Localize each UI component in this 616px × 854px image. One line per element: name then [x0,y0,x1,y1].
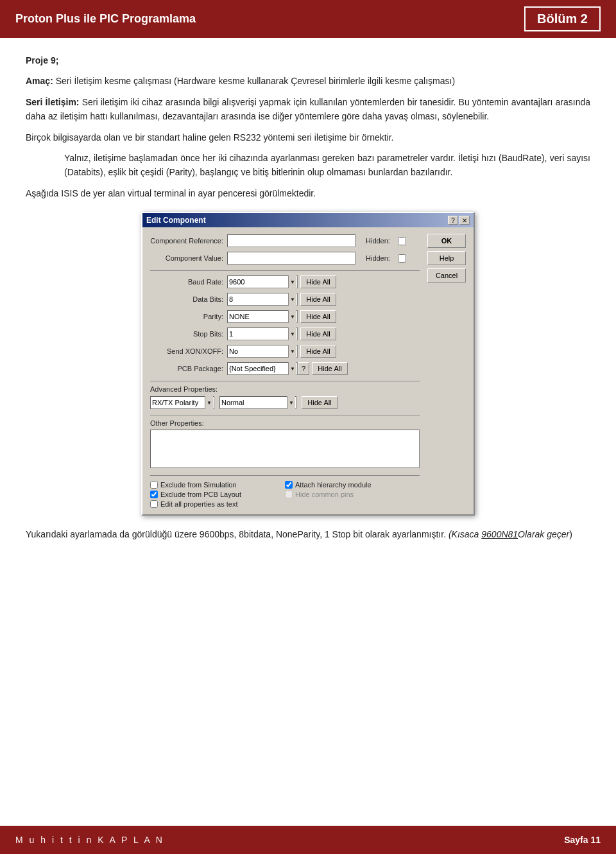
dialog-wrapper: Edit Component ? ✕ Component Reference: … [26,212,590,516]
help-icon-button[interactable]: ? [448,216,458,225]
attach-hierarchy-checkbox[interactable] [285,481,293,489]
baud-rate-row: Baud Rate: 9600 115200 57600 38400 19200… [150,275,420,289]
adv-hide-all[interactable]: Hide All [302,396,338,409]
amac-bold: Amaç: [26,76,53,86]
pcb-package-row: PCB Package: {Not Specified} ? Hide All [150,362,420,376]
titlebar-buttons: ? ✕ [448,216,470,225]
parity-select-wrapper: NONE ODD EVEN [227,310,298,323]
help-button[interactable]: Help [427,251,466,265]
exclude-pcb-row: Exclude from PCB Layout [150,491,285,498]
parity-row: Parity: NONE ODD EVEN Hide All [150,309,420,324]
page-header: Proton Plus ile PIC Programlama Bölüm 2 [0,0,616,38]
pcb-package-select-wrapper: {Not Specified} [227,362,298,375]
header-chapter: Bölüm 2 [524,6,601,31]
parity-select[interactable]: NONE ODD EVEN [227,310,298,323]
hidden-checkbox-2[interactable] [398,254,406,263]
component-reference-row: Component Reference: Hidden: [150,234,420,248]
component-reference-label: Component Reference: [150,237,227,245]
parity-label: Parity: [150,313,227,320]
adv-value-select[interactable]: Normal Inverted [219,396,296,409]
adv-prop-select[interactable]: RX/TX Polarity [150,396,214,409]
dialog-right-buttons: OK Help Cancel [427,234,466,508]
checkbox-col-right: Attach hierarchy module Hide common pins [285,481,420,508]
paragraph-amac: Amaç: Seri İletişim kesme çalışması (Har… [26,74,590,88]
advanced-props-row: RX/TX Polarity Normal Inverted Hide All [150,396,420,410]
pcb-package-label: PCB Package: [150,365,227,372]
edit-properties-label: Edit all properties as text [160,500,237,508]
edit-properties-row: Edit all properties as text [150,500,285,508]
paragraph-yalniz: Yalnız, iletişime başlamadan önce her ik… [26,151,590,180]
paragraph-seri: Seri İletişim: Seri iletişim iki cihaz a… [26,95,590,124]
separator-2 [150,381,420,381]
dialog-form-area: Component Reference: Hidden: Component V… [150,234,420,508]
advanced-properties-label: Advanced Properties: [150,385,420,393]
stop-bits-label: Stop Bits: [150,330,227,338]
data-bits-row: Data Bits: 8 7 6 5 Hide All [150,292,420,306]
dialog-title: Edit Component [146,216,206,225]
component-value-input[interactable] [227,252,355,265]
bottom-note-italic-start: (Kısaca [449,529,481,539]
project-title: Proje 9; [26,53,590,67]
exclude-simulation-checkbox[interactable] [150,481,158,489]
data-bits-hide-all[interactable]: Hide All [300,293,336,306]
component-reference-input[interactable] [227,234,355,247]
adv-value-select-wrapper: Normal Inverted [219,396,296,409]
send-xon-row: Send XON/XOFF: No Yes Hide All [150,344,420,358]
hidden-label-2: Hidden: [366,254,398,262]
exclude-simulation-row: Exclude from Simulation [150,481,285,489]
send-xon-hide-all[interactable]: Hide All [300,345,336,358]
close-icon-button[interactable]: ✕ [459,216,470,225]
baud-rate-label: Baud Rate: [150,278,227,286]
exclude-pcb-label: Exclude from PCB Layout [160,491,241,498]
baud-rate-select-wrapper: 9600 115200 57600 38400 19200 4800 2400 [227,275,298,288]
data-bits-label: Data Bits: [150,295,227,303]
ok-button[interactable]: OK [427,234,466,248]
exclude-pcb-checkbox[interactable] [150,491,158,498]
paragraph-bottom: Yukarıdaki ayarlamada da görüldüğü üzere… [26,527,590,541]
stop-bits-hide-all[interactable]: Hide All [300,327,336,340]
bottom-checkboxes: Exclude from Simulation Exclude from PCB… [150,481,420,508]
send-xon-label: Send XON/XOFF: [150,347,227,355]
data-bits-select-wrapper: 8 7 6 5 [227,293,298,306]
hidden-checkbox-1[interactable] [398,237,406,245]
dialog-titlebar: Edit Component ? ✕ [142,213,474,227]
cancel-button[interactable]: Cancel [427,268,466,283]
hide-common-pins-checkbox[interactable] [285,491,293,498]
footer-page: Sayfa 11 [564,835,601,845]
parity-hide-all[interactable]: Hide All [300,310,336,323]
paragraph-bircok: Birçok bilgisayarda olan ve bir standart… [26,130,590,144]
seri-rest: Seri iletişim iki cihaz arasında bilgi a… [26,97,590,121]
pcb-package-question-button[interactable]: ? [298,362,309,375]
edit-properties-checkbox[interactable] [150,500,158,508]
separator-4 [150,475,420,476]
page-footer: M u h i t t i n K A P L A N Sayfa 11 [0,826,616,854]
dialog-content-layout: Component Reference: Hidden: Component V… [150,234,466,508]
stop-bits-select[interactable]: 1 2 [227,327,298,340]
attach-hierarchy-row: Attach hierarchy module [285,481,420,489]
send-xon-select-wrapper: No Yes [227,345,298,358]
hide-common-pins-row: Hide common pins [285,491,420,498]
baud-rate-hide-all[interactable]: Hide All [300,275,336,288]
component-value-label: Component Value: [150,254,227,262]
exclude-simulation-label: Exclude from Simulation [160,481,237,489]
stop-bits-select-wrapper: 1 2 [227,327,298,340]
bottom-note-italic-end: Olarak geçer [518,529,569,539]
bottom-note-close: ) [569,529,572,539]
data-bits-select[interactable]: 8 7 6 5 [227,293,298,306]
pcb-package-hide-all[interactable]: Hide All [312,362,348,375]
page-content: Proje 9; Amaç: Seri İletişim kesme çalış… [0,38,616,593]
hidden-label-1: Hidden: [366,237,398,245]
bottom-note-start: Yukarıdaki ayarlamada da görüldüğü üzere… [26,529,446,539]
edit-component-dialog: Edit Component ? ✕ Component Reference: … [141,212,475,516]
separator-3 [150,415,420,415]
hide-common-pins-label: Hide common pins [295,491,354,498]
header-title: Proton Plus ile PIC Programlama [15,12,196,26]
dialog-body: Component Reference: Hidden: Component V… [142,227,474,514]
pcb-package-select[interactable]: {Not Specified} [227,362,298,375]
baud-rate-select[interactable]: 9600 115200 57600 38400 19200 4800 2400 [227,275,298,288]
amac-rest: Seri İletişim kesme çalışması (Hardware … [53,76,455,86]
component-value-row: Component Value: Hidden: [150,251,420,265]
other-properties-textarea[interactable] [150,430,420,468]
checkbox-col-left: Exclude from Simulation Exclude from PCB… [150,481,285,508]
send-xon-select[interactable]: No Yes [227,345,298,358]
